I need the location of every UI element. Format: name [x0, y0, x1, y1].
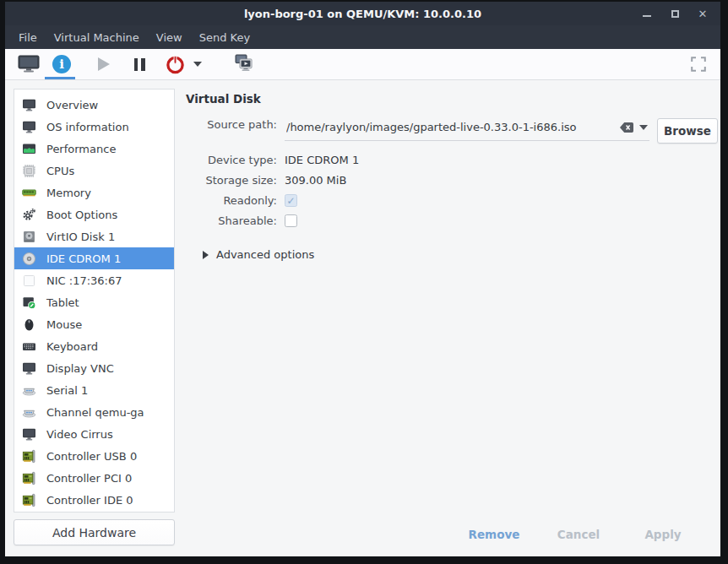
- virtual-disk-details: Virtual Disk Source path: /home/raylyon/…: [186, 92, 714, 261]
- advanced-options-expander[interactable]: Advanced options: [203, 248, 714, 261]
- sidebar-item-video-cirrus[interactable]: Video Cirrus: [14, 423, 174, 445]
- pci-card-icon: [22, 449, 36, 464]
- menu-view[interactable]: View: [148, 27, 191, 48]
- sidebar-item-cpus[interactable]: CPUs: [14, 160, 174, 182]
- menu-file[interactable]: File: [10, 27, 46, 48]
- sidebar-item-label: Memory: [46, 187, 91, 199]
- sidebar-item-memory[interactable]: Memory: [14, 182, 174, 203]
- sidebar-item-keyboard[interactable]: Keyboard: [14, 335, 174, 357]
- sidebar-item-label: Controller USB 0: [46, 450, 137, 463]
- serial-port-icon: [22, 405, 36, 420]
- sidebar-item-partial[interactable]: [14, 511, 174, 512]
- minimize-button[interactable]: [638, 4, 656, 23]
- mouse-icon: [22, 317, 36, 332]
- disk-icon: [22, 230, 36, 244]
- menu-send-key[interactable]: Send Key: [191, 27, 258, 48]
- monitor-icon: [22, 427, 36, 442]
- menu-virtual-machine[interactable]: Virtual Machine: [46, 27, 148, 48]
- window-title: lyon-borg-01 on QEMU/KVM: 10.0.0.10: [244, 8, 481, 20]
- cpu-icon: [22, 164, 36, 178]
- virtual-machine-windows-icon: [235, 54, 257, 74]
- fullscreen-button[interactable]: [688, 49, 709, 79]
- source-path-value: /home/raylyon/images/gparted-live-0.33.0…: [286, 121, 612, 133]
- sidebar-item-boot-options[interactable]: Boot Options: [14, 203, 174, 225]
- expander-arrow-icon: [203, 251, 209, 259]
- sidebar-item-label: Mouse: [46, 318, 82, 331]
- readonly-checkbox[interactable]: ✓: [285, 194, 297, 207]
- pci-card-icon: [22, 471, 36, 485]
- sidebar-item-serial-1[interactable]: Serial 1: [14, 379, 174, 401]
- sidebar-item-label: NIC :17:36:67: [46, 274, 122, 287]
- show-console-button[interactable]: [15, 49, 42, 79]
- browse-button[interactable]: Browse: [657, 118, 718, 144]
- cancel-button[interactable]: Cancel: [541, 522, 617, 547]
- sidebar-item-label: Video Cirrus: [46, 428, 113, 441]
- sidebar-item-os-information[interactable]: OS information: [14, 116, 174, 138]
- content-area: Overview OS information Performance CPUs…: [5, 80, 720, 556]
- shareable-checkbox[interactable]: ✓: [285, 214, 297, 227]
- shutdown-button[interactable]: [164, 49, 186, 79]
- maximize-icon: [671, 10, 679, 18]
- sidebar-item-ide-cdrom-1[interactable]: IDE CDROM 1: [14, 247, 174, 269]
- apply-button[interactable]: Apply: [625, 522, 701, 547]
- sidebar-item-overview[interactable]: Overview: [14, 94, 174, 116]
- performance-chart-icon: [22, 142, 36, 156]
- sidebar-item-label: Keyboard: [46, 340, 98, 353]
- sidebar-item-performance[interactable]: Performance: [14, 138, 174, 160]
- tablet-icon: [22, 296, 36, 310]
- virtual-machine-windows-button[interactable]: [233, 49, 258, 79]
- sidebar-item-label: Serial 1: [46, 384, 88, 397]
- minimize-icon: [643, 10, 651, 17]
- sidebar-item-label: CPUs: [46, 165, 74, 177]
- add-hardware-button[interactable]: Add Hardware: [14, 519, 175, 545]
- readonly-label: Readonly:: [186, 194, 277, 207]
- sidebar-item-channel-qemu-ga[interactable]: Channel qemu-ga: [14, 401, 174, 423]
- sidebar-item-mouse[interactable]: Mouse: [14, 313, 174, 335]
- sidebar-item-controller-pci-0[interactable]: Controller PCI 0: [14, 467, 174, 489]
- run-button[interactable]: [95, 49, 113, 79]
- maximize-button[interactable]: [666, 4, 684, 23]
- pause-button[interactable]: [131, 49, 148, 79]
- show-details-button[interactable]: i: [50, 49, 73, 79]
- hardware-list: Overview OS information Performance CPUs…: [14, 89, 175, 512]
- device-type-label: Device type:: [186, 154, 277, 166]
- sidebar-item-label: Performance: [46, 143, 116, 155]
- active-tab-underline: [45, 77, 75, 79]
- pci-card-icon: [22, 493, 36, 507]
- nic-icon: [22, 274, 36, 288]
- memory-icon: [22, 186, 36, 200]
- monitor-icon: [22, 120, 36, 134]
- vm-info-icon: i: [52, 55, 71, 73]
- titlebar: lyon-borg-01 on QEMU/KVM: 10.0.0.10 ✕: [5, 2, 720, 25]
- serial-port-icon: [22, 383, 36, 398]
- clear-entry-icon[interactable]: [619, 122, 634, 133]
- close-button[interactable]: ✕: [693, 4, 712, 23]
- sidebar-item-controller-usb-0[interactable]: Controller USB 0: [14, 445, 174, 467]
- sidebar-item-nic[interactable]: NIC :17:36:67: [14, 269, 174, 291]
- source-path-input[interactable]: /home/raylyon/images/gparted-live-0.33.0…: [285, 118, 649, 141]
- sidebar-item-label: Controller IDE 0: [46, 494, 133, 507]
- menubar: File Virtual Machine View Send Key: [5, 25, 720, 49]
- monitor-icon: [22, 361, 36, 376]
- source-path-label: Source path:: [186, 118, 277, 131]
- device-type-value: IDE CDROM 1: [285, 154, 359, 166]
- toolbar: i: [5, 49, 720, 80]
- storage-size-value: 309.00 MiB: [285, 174, 346, 187]
- remove-button[interactable]: Remove: [456, 522, 532, 547]
- sidebar-item-label: Display VNC: [46, 362, 114, 375]
- sidebar-item-display-vnc[interactable]: Display VNC: [14, 357, 174, 379]
- bottom-actions: Remove Cancel Apply: [456, 522, 701, 547]
- shutdown-menu-button[interactable]: [190, 49, 205, 79]
- sidebar-item-label: Controller PCI 0: [46, 472, 132, 485]
- shutdown-menu-caret-icon: [193, 62, 202, 67]
- fullscreen-icon: [691, 57, 706, 72]
- sidebar-item-tablet[interactable]: Tablet: [14, 291, 174, 313]
- sidebar-item-label: Boot Options: [46, 209, 117, 221]
- monitor-icon: [22, 98, 36, 112]
- gear-icon: [22, 208, 36, 222]
- sidebar-item-controller-ide-0[interactable]: Controller IDE 0: [14, 489, 174, 511]
- run-icon: [98, 57, 110, 71]
- chevron-down-icon[interactable]: [639, 125, 648, 130]
- pause-icon: [134, 58, 145, 71]
- sidebar-item-virtio-disk-1[interactable]: VirtIO Disk 1: [14, 225, 174, 247]
